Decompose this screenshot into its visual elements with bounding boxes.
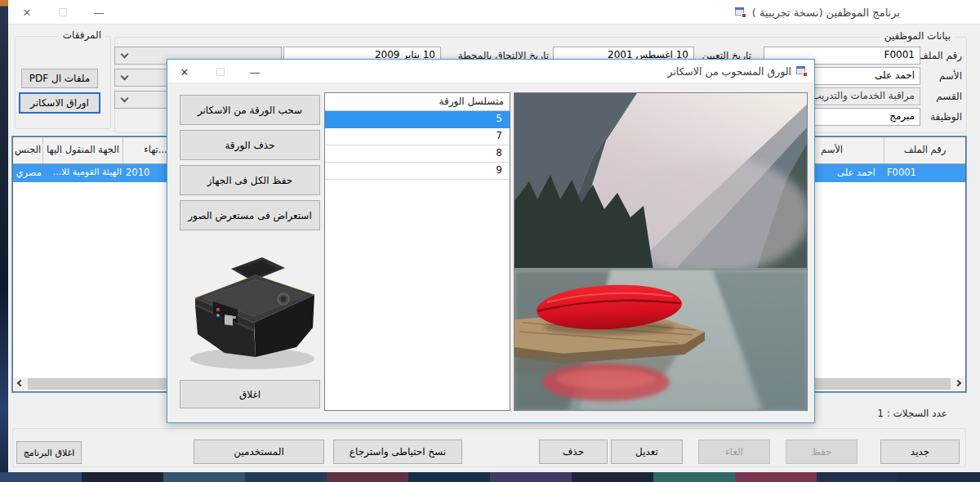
scanned-photo-preview bbox=[514, 92, 808, 411]
desktop-color-block bbox=[408, 472, 490, 482]
dialog-minimize-icon[interactable]: — bbox=[243, 60, 267, 84]
desktop-edge-bottom bbox=[0, 472, 980, 482]
desktop-color-block bbox=[898, 472, 980, 482]
delete-paper-button[interactable]: حذف الورقة bbox=[180, 130, 320, 160]
chevron-down-icon bbox=[121, 51, 129, 59]
dialog-close-icon[interactable]: ✕ bbox=[172, 60, 197, 84]
close-window-icon[interactable]: ✕ bbox=[15, 0, 39, 25]
desktop-color-block bbox=[0, 472, 82, 482]
dialog-maximize-icon[interactable] bbox=[208, 60, 233, 84]
desktop-edge-left bbox=[0, 0, 8, 482]
scanner-papers-button[interactable]: اوراق الاسكانر bbox=[19, 92, 100, 114]
employee-group-title: بيانات الموظفين bbox=[880, 30, 955, 42]
dialog-close-button[interactable]: اغلاق bbox=[180, 380, 320, 408]
name-label: الأسم bbox=[939, 70, 962, 82]
dialog-app-icon bbox=[796, 66, 808, 77]
main-title-block: برنامج الموظفين (نسخة تجريبية ) bbox=[735, 0, 900, 25]
grid-cell-end-year: 2010 bbox=[126, 167, 172, 178]
desktop-color-block bbox=[490, 472, 572, 482]
dialog-title-block: الورق المسحوب من الاسكانر bbox=[667, 60, 808, 83]
delete-button[interactable]: حذف bbox=[539, 440, 608, 464]
window-title: برنامج الموظفين (نسخة تجريبية ) bbox=[752, 7, 900, 19]
backup-restore-button[interactable]: نسخ احتياطى واسترجاع bbox=[333, 440, 462, 464]
desktop: { "window": { "title": "برنامج الموظفين … bbox=[0, 0, 980, 482]
scroll-right-icon[interactable] bbox=[955, 380, 961, 386]
chevron-down-icon bbox=[121, 95, 129, 103]
desktop-color-block bbox=[653, 472, 735, 482]
grid-cell-nationality: مصري bbox=[13, 167, 42, 178]
edit-button[interactable]: تعديل bbox=[611, 440, 683, 464]
save-button[interactable]: حفظ bbox=[786, 440, 858, 464]
cancel-button[interactable]: الغاء bbox=[698, 440, 770, 464]
printer-image bbox=[177, 248, 323, 377]
grid-col-file-no[interactable]: رقم الملف bbox=[884, 137, 965, 163]
users-button[interactable]: المستخدمين bbox=[194, 440, 324, 464]
attachments-group-title: المرفقات bbox=[59, 29, 105, 41]
desktop-color-block bbox=[82, 472, 163, 482]
view-in-viewer-button[interactable]: استعراض فى مستعرض الصور bbox=[180, 200, 320, 230]
new-button[interactable]: جديد bbox=[880, 440, 960, 464]
desktop-color-block bbox=[735, 472, 817, 482]
minimize-window-icon[interactable]: — bbox=[87, 0, 111, 25]
pull-paper-button[interactable]: سحب الورقة من الاسكانر bbox=[180, 95, 320, 125]
desktop-color-block bbox=[817, 472, 898, 482]
chevron-down-icon bbox=[121, 73, 129, 81]
maximize-glyph bbox=[59, 8, 67, 16]
desktop-color-block bbox=[327, 472, 408, 482]
maximize-window-icon[interactable] bbox=[51, 0, 75, 25]
dialog-maximize-glyph bbox=[216, 68, 225, 76]
grid-cell-file-no: F0001 bbox=[887, 167, 959, 178]
list-item[interactable]: 8 bbox=[325, 145, 510, 163]
save-all-button[interactable]: حفظ الكل فى الجهاز bbox=[180, 165, 320, 195]
main-titlebar: ✕ — برنامج الموظفين (نسخة تجريبية ) bbox=[8, 0, 980, 25]
desktop-color-block bbox=[245, 472, 327, 482]
pdf-files-button[interactable]: ملفات ال PDF bbox=[21, 69, 98, 88]
desktop-color-block bbox=[163, 472, 245, 482]
scroll-left-icon[interactable] bbox=[17, 380, 24, 386]
grid-cell-transferred-to: الهيئة القومية للا... bbox=[45, 167, 122, 177]
paper-serial-header: متسلسل الورقة bbox=[325, 93, 510, 111]
records-count-label: عدد السجلات : 1 bbox=[877, 408, 947, 419]
scanner-papers-dialog: ✕ — الورق المسحوب من الاسكانر سحب الورقة… bbox=[167, 59, 815, 423]
list-item[interactable]: 7 bbox=[325, 128, 510, 145]
list-item[interactable]: 5 bbox=[325, 111, 510, 128]
list-item[interactable]: 9 bbox=[325, 163, 510, 180]
close-app-button[interactable]: اغلاق البرنامج bbox=[16, 441, 82, 464]
grid-col-transferred-to[interactable]: الجهة المنقول اليها bbox=[43, 137, 123, 163]
app-icon bbox=[735, 7, 746, 18]
job-label: الوظيفة bbox=[930, 111, 962, 123]
dialog-titlebar: ✕ — الورق المسحوب من الاسكانر bbox=[167, 60, 814, 83]
file-no-label: رقم الملف bbox=[918, 50, 962, 61]
grid-col-nationality[interactable]: الجنس bbox=[13, 137, 43, 163]
desktop-color-block bbox=[572, 472, 653, 482]
paper-serial-list: متسلسل الورقة 5 7 8 9 bbox=[324, 92, 510, 411]
dept-label: القسم bbox=[936, 91, 962, 102]
dialog-title: الورق المسحوب من الاسكانر bbox=[667, 65, 791, 78]
